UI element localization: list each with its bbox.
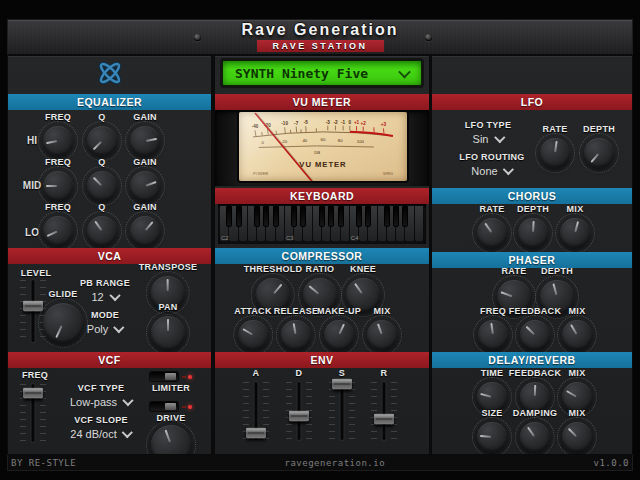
drive-toggle[interactable]: DRIVE — [150, 402, 192, 454]
knob-dial[interactable] — [151, 316, 185, 350]
env-release-slider[interactable]: R — [371, 368, 397, 440]
vcf-slope-select[interactable]: VCF SLOPE 24 dB/oct — [70, 415, 131, 440]
knob-dial[interactable] — [367, 320, 397, 350]
svg-text:-20: -20 — [264, 123, 271, 128]
knob-dial[interactable] — [478, 320, 508, 350]
toggle-switch[interactable] — [150, 402, 178, 411]
black-key[interactable] — [384, 206, 390, 227]
slider-handle[interactable] — [289, 410, 309, 421]
delay-mix-knob[interactable]: MIX — [562, 368, 592, 412]
black-key[interactable] — [365, 206, 371, 227]
phaser-feedback-knob[interactable]: FEEDBACK — [509, 306, 561, 350]
black-key[interactable] — [319, 206, 325, 227]
eq-hi-gain-knob[interactable]: GAIN — [130, 112, 160, 156]
eq-lo-freq-knob[interactable]: FREQ — [43, 202, 73, 246]
slider-handle[interactable] — [23, 387, 43, 398]
env-attack-slider[interactable]: A — [243, 368, 269, 440]
threshold-knob[interactable]: THRESHOLD — [244, 264, 303, 312]
reverb-mix-knob[interactable]: MIX — [562, 408, 592, 452]
lfo-routing-select[interactable]: LFO ROUTING None — [459, 152, 524, 177]
knob-dial[interactable] — [43, 303, 83, 343]
knob-dial[interactable] — [130, 216, 160, 246]
black-key[interactable] — [254, 206, 260, 227]
knob-dial[interactable] — [562, 320, 592, 350]
knob-dial[interactable] — [43, 216, 73, 246]
knob-dial[interactable] — [584, 138, 614, 168]
knob-dial[interactable] — [520, 422, 550, 452]
eq-mid-freq-knob[interactable]: FREQ — [43, 157, 73, 201]
knee-knob[interactable]: KNEE — [346, 264, 380, 312]
eq-mid-q-knob[interactable]: Q — [87, 157, 117, 201]
black-key[interactable] — [338, 206, 344, 227]
eq-lo-gain-knob[interactable]: GAIN — [130, 202, 160, 246]
knob-dial[interactable] — [477, 422, 507, 452]
reverb-damping-knob[interactable]: DAMPING — [513, 408, 558, 452]
glide-knob[interactable]: GLIDE — [43, 289, 83, 343]
knob-dial[interactable] — [130, 171, 160, 201]
vcf-freq-slider[interactable] — [20, 384, 46, 442]
black-key[interactable] — [291, 206, 297, 227]
black-key[interactable] — [273, 206, 279, 227]
keyboard[interactable]: C2C3C4 — [218, 204, 426, 244]
black-key[interactable] — [300, 206, 306, 227]
mode-select[interactable]: MODE Poly — [87, 310, 123, 335]
white-key[interactable] — [415, 206, 424, 241]
phaser-mix-knob[interactable]: MIX — [562, 306, 592, 350]
knob-dial[interactable] — [560, 218, 590, 248]
ratio-knob[interactable]: RATIO — [303, 264, 337, 312]
chorus-depth-knob[interactable]: DEPTH — [517, 204, 549, 248]
attack-knob[interactable]: ATTACK — [234, 306, 271, 350]
lfo-type-select[interactable]: LFO TYPE Sin — [465, 120, 511, 145]
delay-time-knob[interactable]: TIME — [477, 368, 507, 412]
chorus-rate-knob[interactable]: RATE — [477, 204, 507, 248]
slider-handle[interactable] — [332, 378, 352, 389]
black-key[interactable] — [236, 206, 242, 227]
knob-dial[interactable] — [238, 320, 268, 350]
eq-hi-freq-knob[interactable]: FREQ — [43, 112, 73, 156]
env-sustain-slider[interactable]: S — [329, 368, 355, 440]
knob-dial[interactable] — [87, 171, 117, 201]
pb-range-select[interactable]: PB RANGE 12 — [80, 278, 130, 303]
limiter-toggle[interactable]: LIMITER — [150, 372, 192, 393]
knob-dial[interactable] — [43, 171, 73, 201]
black-key[interactable] — [402, 206, 408, 227]
reverb-size-knob[interactable]: SIZE — [477, 408, 507, 452]
knob-dial[interactable] — [477, 218, 507, 248]
eq-mid-gain-knob[interactable]: GAIN — [130, 157, 160, 201]
knob-dial[interactable] — [130, 126, 160, 156]
black-key[interactable] — [263, 206, 269, 227]
octave-label: C3 — [286, 235, 294, 241]
drive-knob[interactable] — [151, 425, 191, 454]
eq-lo-q-knob[interactable]: Q — [87, 202, 117, 246]
toggle-switch[interactable] — [150, 372, 178, 381]
black-key[interactable] — [393, 206, 399, 227]
comp-mix-knob[interactable]: MIX — [367, 306, 397, 350]
lfo-rate-knob[interactable]: RATE — [540, 124, 570, 168]
vcf-type-select[interactable]: VCF TYPE Low-pass — [70, 383, 132, 408]
release-knob[interactable]: RELEASE — [274, 306, 319, 350]
env-decay-slider[interactable]: D — [286, 368, 312, 440]
knob-dial[interactable] — [281, 320, 311, 350]
pan-knob[interactable]: PAN — [151, 302, 185, 350]
black-key[interactable] — [226, 206, 232, 227]
lfo-depth-knob[interactable]: DEPTH — [583, 124, 615, 168]
phaser-freq-knob[interactable]: FREQ — [478, 306, 508, 350]
eq-hi-q-knob[interactable]: Q — [87, 112, 117, 156]
knob-dial[interactable] — [562, 422, 592, 452]
knob-dial[interactable] — [518, 218, 548, 248]
slider-handle[interactable] — [374, 413, 394, 424]
makeup-knob[interactable]: MAKE-UP — [317, 306, 361, 350]
knob-dial[interactable] — [43, 126, 73, 156]
knob-dial[interactable] — [87, 126, 117, 156]
black-key[interactable] — [328, 206, 334, 227]
black-key[interactable] — [356, 206, 362, 227]
knob-dial[interactable] — [87, 216, 117, 246]
slider-handle[interactable] — [23, 301, 43, 312]
knob-dial[interactable] — [324, 320, 354, 350]
knob-dial[interactable] — [520, 320, 550, 350]
preset-selector[interactable]: SYNTH Ninety Five — [222, 60, 422, 86]
chorus-mix-knob[interactable]: MIX — [560, 204, 590, 248]
knob-dial[interactable] — [540, 138, 570, 168]
slider-handle[interactable] — [246, 428, 266, 439]
delay-feedback-knob[interactable]: FEEDBACK — [509, 368, 561, 412]
